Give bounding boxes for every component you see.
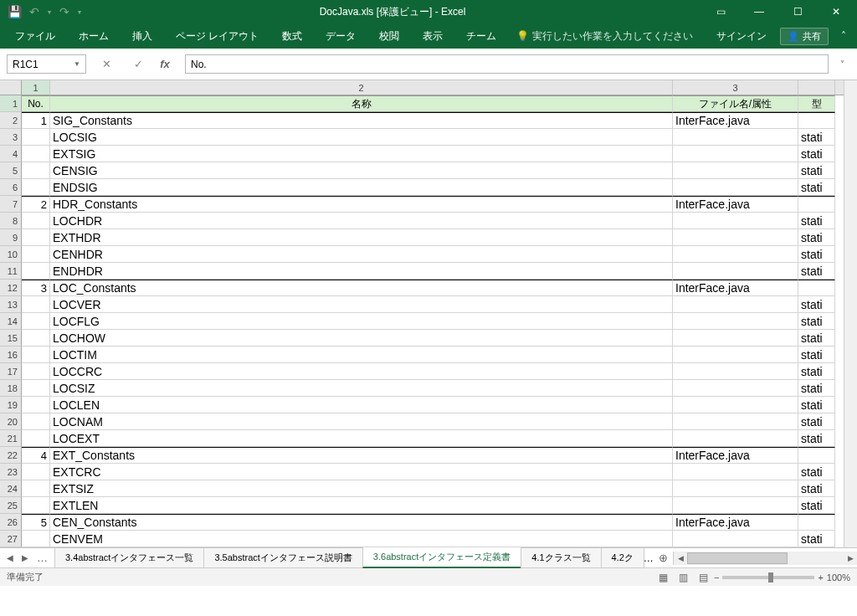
cell[interactable]	[22, 531, 50, 547]
cell[interactable]	[22, 263, 50, 280]
cell[interactable]: InterFace.java	[673, 514, 798, 531]
sign-in-link[interactable]: サインイン	[708, 29, 775, 44]
cell[interactable]: EXTSIZ	[50, 480, 673, 497]
row-header[interactable]: 22	[0, 447, 22, 464]
cell[interactable]: InterFace.java	[673, 112, 798, 129]
cell[interactable]: stati	[798, 480, 835, 497]
cell[interactable]: CEN_Constants	[50, 514, 673, 531]
cell[interactable]: InterFace.java	[673, 280, 798, 296]
name-box[interactable]: R1C1 ▼	[7, 54, 86, 74]
cell[interactable]: LOC_Constants	[50, 280, 673, 296]
cell[interactable]	[673, 162, 798, 179]
expand-formula-icon[interactable]: ˅	[834, 59, 850, 69]
cell[interactable]	[673, 146, 798, 162]
formula-input[interactable]: No.	[185, 54, 829, 74]
minimize-button[interactable]: —	[740, 0, 778, 23]
row-header[interactable]: 9	[0, 229, 22, 246]
cell[interactable]: LOCFLG	[50, 313, 673, 330]
cell[interactable]: stati	[798, 229, 835, 246]
zoom-value[interactable]: 100%	[827, 572, 850, 583]
cell[interactable]	[673, 129, 798, 146]
row-header[interactable]: 3	[0, 129, 22, 146]
cell[interactable]	[798, 280, 835, 296]
row-header[interactable]: 25	[0, 497, 22, 514]
cell[interactable]: 4	[22, 447, 50, 464]
cell[interactable]: stati	[798, 497, 835, 514]
sheet-tab[interactable]: 3.5abstractインタフェース説明書	[203, 548, 362, 568]
spreadsheet-grid[interactable]: 123 123456789101112131415161718192021222…	[0, 80, 857, 547]
header-cell[interactable]: 型	[798, 95, 835, 112]
cell[interactable]	[22, 346, 50, 363]
select-all-corner[interactable]	[0, 80, 22, 95]
cell[interactable]	[22, 296, 50, 313]
cell[interactable]	[673, 380, 798, 397]
row-header[interactable]: 15	[0, 330, 22, 346]
ribbon-display-icon[interactable]: ▭	[701, 0, 740, 23]
column-header[interactable]	[798, 80, 835, 95]
cell[interactable]: LOCTIM	[50, 346, 673, 363]
row-header[interactable]: 17	[0, 363, 22, 380]
cell[interactable]: SIG_Constants	[50, 112, 673, 129]
cell[interactable]	[22, 413, 50, 430]
row-header[interactable]: 14	[0, 313, 22, 330]
ribbon-tab-3[interactable]: ページ レイアウト	[164, 23, 270, 49]
ribbon-tab-7[interactable]: 表示	[411, 23, 454, 49]
cell[interactable]: EXTLEN	[50, 497, 673, 514]
cell[interactable]	[22, 213, 50, 229]
cell[interactable]: InterFace.java	[673, 447, 798, 464]
cell[interactable]	[673, 179, 798, 196]
cell[interactable]: CENVEM	[50, 531, 673, 547]
cell[interactable]: 3	[22, 280, 50, 296]
column-header[interactable]: 2	[50, 80, 673, 95]
cell[interactable]: stati	[798, 430, 835, 447]
cell[interactable]: stati	[798, 330, 835, 346]
horizontal-scrollbar[interactable]: ◀ ▶	[673, 552, 857, 565]
row-header[interactable]: 5	[0, 162, 22, 179]
header-cell[interactable]: 名称	[50, 95, 673, 112]
header-cell[interactable]: No.	[22, 95, 50, 112]
tab-scroll-right-icon[interactable]: ▶	[18, 553, 32, 562]
row-header[interactable]: 19	[0, 397, 22, 413]
cell[interactable]	[673, 229, 798, 246]
row-header[interactable]: 16	[0, 346, 22, 363]
cell[interactable]	[22, 397, 50, 413]
cell[interactable]: stati	[798, 346, 835, 363]
cell[interactable]	[22, 146, 50, 162]
cell[interactable]: LOCVER	[50, 296, 673, 313]
tab-overflow-icon[interactable]: …	[33, 552, 51, 564]
cell[interactable]	[22, 464, 50, 480]
cell[interactable]: EXT_Constants	[50, 447, 673, 464]
save-icon[interactable]: 💾	[5, 3, 23, 21]
cell[interactable]	[673, 430, 798, 447]
cell[interactable]: stati	[798, 162, 835, 179]
row-header[interactable]: 8	[0, 213, 22, 229]
undo-drop-icon[interactable]: ▾	[45, 3, 54, 21]
cell[interactable]: stati	[798, 464, 835, 480]
cells[interactable]: No.名称ファイル名/属性型1SIG_ConstantsInterFace.ja…	[22, 95, 857, 547]
cell[interactable]: EXTCRC	[50, 464, 673, 480]
cell[interactable]: LOCHDR	[50, 213, 673, 229]
sheet-tab[interactable]: 4.1クラス一覧	[521, 548, 601, 568]
cell[interactable]: ENDSIG	[50, 179, 673, 196]
cell[interactable]	[22, 480, 50, 497]
row-header[interactable]: 2	[0, 112, 22, 129]
sheet-tab[interactable]: 3.6abstractインタフェース定義書	[362, 547, 521, 568]
column-header[interactable]: 3	[673, 80, 798, 95]
cell[interactable]	[798, 112, 835, 129]
ribbon-tab-5[interactable]: データ	[314, 23, 367, 49]
cell[interactable]	[673, 346, 798, 363]
sheet-tab[interactable]: 4.2ク	[601, 548, 644, 568]
cell[interactable]: CENSIG	[50, 162, 673, 179]
cell[interactable]	[798, 447, 835, 464]
zoom-out-icon[interactable]: −	[714, 572, 719, 583]
cell[interactable]: stati	[798, 263, 835, 280]
row-header[interactable]: 26	[0, 514, 22, 531]
cell[interactable]: stati	[798, 380, 835, 397]
cell[interactable]	[22, 430, 50, 447]
cell[interactable]	[22, 246, 50, 263]
cell[interactable]: LOCEXT	[50, 430, 673, 447]
header-cell[interactable]: ファイル名/属性	[673, 95, 798, 112]
cell[interactable]: InterFace.java	[673, 196, 798, 213]
sheet-tab[interactable]: 3.4abstractインタフェース一覧	[54, 548, 204, 568]
qat-customize-icon[interactable]: ▾	[75, 3, 84, 21]
